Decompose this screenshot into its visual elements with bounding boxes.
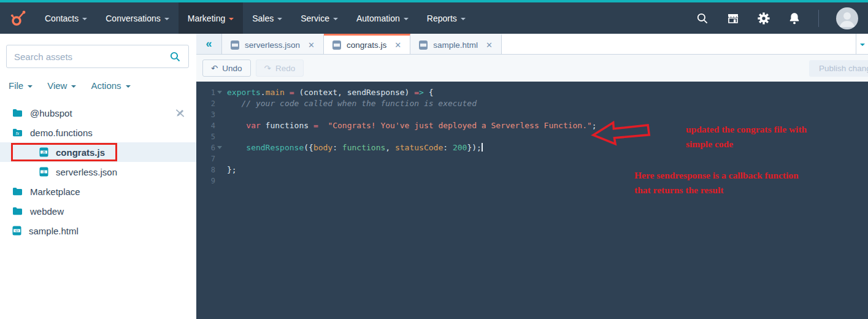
collapse-sidebar-button[interactable]: « (196, 34, 222, 54)
chevron-down-icon (277, 18, 282, 20)
close-icon[interactable]: ✕ (394, 40, 401, 50)
tab-overflow-button[interactable] (856, 34, 868, 54)
code-line-4[interactable]: 4 var functions = "Congrats! You've just… (196, 120, 868, 131)
chevron-down-icon (126, 85, 131, 88)
tree-item-congrats-js[interactable]: JScongrats.js (0, 142, 196, 162)
folder-icon (12, 187, 23, 196)
notifications-bell-icon[interactable] (788, 12, 801, 25)
line-number: 1 (196, 87, 222, 98)
chevron-down-icon (461, 18, 466, 20)
tree-item-sample-html[interactable]: </>sample.html (0, 221, 196, 240)
code-line-8[interactable]: 8}; (196, 164, 868, 175)
svg-text:</>: </> (15, 229, 19, 233)
code-text (222, 131, 227, 142)
search-icon[interactable] (696, 12, 709, 25)
code-fold-icon[interactable] (217, 91, 222, 94)
tree-item-serverless-json[interactable]: {}serverless.json (0, 162, 196, 182)
publish-changes-button[interactable]: Publish changes (809, 60, 868, 77)
topbar-divider (818, 10, 819, 27)
chevron-down-icon (164, 18, 169, 20)
file-js-icon: JS (39, 147, 48, 157)
chevron-down-icon (860, 44, 865, 46)
redo-arrow-icon: ↷ (264, 63, 271, 73)
menu-actions[interactable]: Actions (91, 80, 130, 91)
chevron-down-icon (404, 18, 409, 20)
line-number: 3 (196, 109, 222, 120)
nav-item-contacts[interactable]: Contacts (36, 2, 96, 34)
nav-item-reports[interactable]: Reports (418, 2, 475, 34)
tree-item-label: Marketplace (30, 186, 80, 197)
code-text (222, 109, 227, 120)
line-number: 6 (196, 142, 222, 153)
hubspot-sprocket-icon (9, 9, 27, 28)
tree-item-label: @hubspot (30, 108, 72, 118)
close-icon[interactable]: ✕ (486, 40, 493, 50)
tree-item-marketplace[interactable]: Marketplace (0, 182, 196, 201)
nav-item-service[interactable]: Service (291, 2, 347, 34)
code-line-3[interactable]: 3 (196, 109, 868, 120)
code-text (222, 175, 227, 186)
chevron-down-icon (82, 18, 87, 20)
line-number: 9 (196, 175, 222, 186)
menu-view[interactable]: View (47, 80, 76, 91)
redo-button[interactable]: ↷ Redo (256, 60, 304, 77)
code-line-5[interactable]: 5 (196, 131, 868, 142)
file-icon (419, 40, 428, 50)
line-number: 7 (196, 153, 222, 164)
code-text: // your code called when the function is… (222, 98, 477, 109)
tree-item-demo-functions[interactable]: fxdemo.functions (0, 123, 196, 142)
folder-icon (12, 109, 23, 117)
editor-toolbar: ↶ Undo ↷ Redo Publish changes (196, 55, 868, 82)
svg-text:fx: fx (16, 131, 20, 136)
tree-item-label: sample.html (29, 226, 79, 236)
asset-tree: @hubspotfxdemo.functionsJScongrats.js{}s… (0, 103, 196, 240)
search-assets-input[interactable] (14, 52, 169, 62)
tree-item-label: demo.functions (30, 128, 93, 138)
nav-item-conversations[interactable]: Conversations (96, 2, 179, 34)
tree-item--hubspot[interactable]: @hubspot (0, 103, 196, 123)
tab-sample-html[interactable]: sample.html✕ (410, 34, 502, 54)
tab-congrats-js[interactable]: congrats.js✕ (324, 34, 410, 54)
nav-item-marketing[interactable]: Marketing (179, 2, 243, 34)
primary-nav: ContactsConversationsMarketingSalesServi… (36, 2, 475, 34)
code-fold-icon[interactable] (217, 146, 222, 149)
search-assets-box (6, 45, 189, 68)
tree-item-label: serverless.json (56, 167, 117, 177)
topbar-right (696, 7, 868, 29)
menu-file[interactable]: File (9, 80, 33, 91)
code-text (222, 153, 227, 164)
code-line-2[interactable]: 2 // your code called when the function … (196, 98, 868, 109)
code-line-6[interactable]: 6 sendResponse({body: functions, statusC… (196, 142, 868, 153)
read-only-marker-icon (175, 108, 185, 118)
topbar: ContactsConversationsMarketingSalesServi… (0, 2, 868, 34)
editor-tabbar: « serverless.json✕congrats.js✕sample.htm… (196, 34, 868, 55)
finder-sidebar: FileViewActions @hubspotfxdemo.functions… (0, 34, 196, 319)
chevron-down-icon (333, 18, 338, 20)
line-number: 5 (196, 131, 222, 142)
nav-item-automation[interactable]: Automation (347, 2, 418, 34)
avatar[interactable] (836, 7, 858, 29)
sidebar-menubar: FileViewActions (0, 68, 196, 97)
code-editor-pane: « serverless.json✕congrats.js✕sample.htm… (196, 34, 868, 319)
code-line-7[interactable]: 7 (196, 153, 868, 164)
sidebar-search-icon[interactable] (169, 51, 181, 63)
line-number: 8 (196, 164, 222, 175)
code-area[interactable]: updated the congrats file with simple co… (196, 82, 868, 319)
line-number: 4 (196, 120, 222, 131)
settings-gear-icon[interactable] (757, 12, 770, 25)
hubspot-logo[interactable] (0, 9, 36, 28)
undo-button[interactable]: ↶ Undo (202, 60, 251, 77)
code-text: var functions = "Congrats! You've just d… (222, 120, 597, 131)
close-icon[interactable]: ✕ (308, 40, 315, 50)
marketplace-icon[interactable] (726, 12, 740, 25)
file-icon (231, 40, 239, 50)
tree-item-label: congrats.js (56, 147, 105, 158)
tab-label: sample.html (433, 40, 478, 50)
tree-item-webdew[interactable]: webdew (0, 201, 196, 221)
functions-folder-icon: fx (12, 128, 23, 137)
tab-serverless-json[interactable]: serverless.json✕ (222, 34, 324, 54)
code-line-9[interactable]: 9 (196, 175, 868, 186)
nav-item-sales[interactable]: Sales (243, 2, 291, 34)
tab-label: serverless.json (245, 40, 300, 50)
code-line-1[interactable]: 1exports.main = (context, sendResponse) … (196, 87, 868, 98)
